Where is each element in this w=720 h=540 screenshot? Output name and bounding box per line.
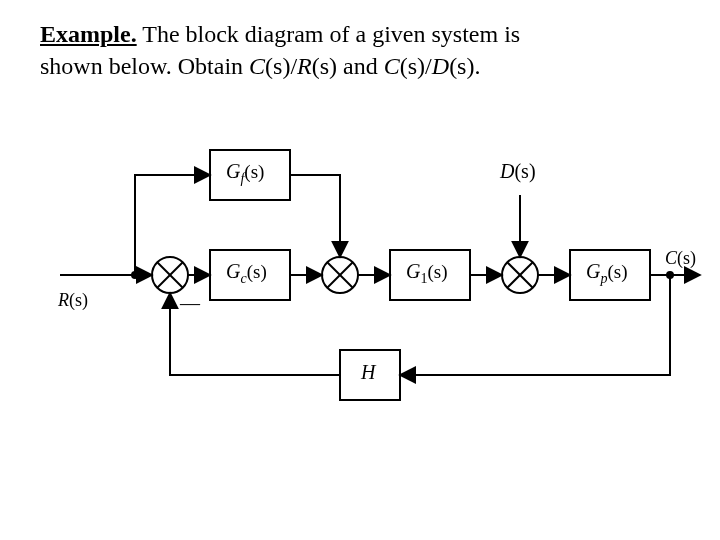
svg-point-0 <box>152 257 188 293</box>
label-minus: — <box>180 292 200 315</box>
line-gf-sum2 <box>290 175 340 257</box>
svg-line-5 <box>327 262 353 288</box>
summing-junction-3 <box>502 257 538 293</box>
label-c: C(s) <box>665 248 696 269</box>
summing-junction-1 <box>152 257 188 293</box>
svg-line-1 <box>157 262 183 288</box>
label-gc: Gc(s) <box>226 260 267 287</box>
summing-junction-2 <box>322 257 358 293</box>
label-h: H <box>361 361 375 384</box>
problem-statement: Example. The block diagram of a given sy… <box>40 18 600 83</box>
line-c-to-h <box>400 275 670 375</box>
svg-line-7 <box>507 262 533 288</box>
label-d: D(s) <box>500 160 536 183</box>
svg-line-4 <box>327 262 353 288</box>
example-heading: Example. <box>40 21 137 47</box>
line-branch-gf <box>135 175 210 275</box>
label-gp: Gp(s) <box>586 260 628 287</box>
label-gf: Gf(s) <box>226 160 264 187</box>
branch-node-r <box>132 272 138 278</box>
svg-point-6 <box>502 257 538 293</box>
svg-point-3 <box>322 257 358 293</box>
svg-line-8 <box>507 262 533 288</box>
label-r: R(s) <box>58 290 88 311</box>
label-g1: G1(s) <box>406 260 448 287</box>
svg-line-2 <box>157 262 183 288</box>
branch-node-c <box>667 272 673 278</box>
